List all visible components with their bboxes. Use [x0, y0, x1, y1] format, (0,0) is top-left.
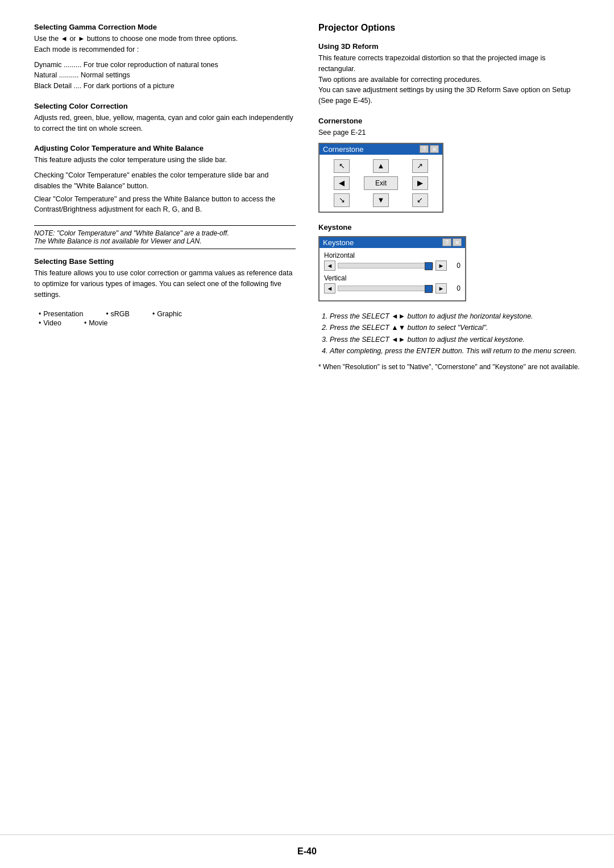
color-correction-section: Selecting Color Correction Adjusts red, …: [34, 102, 296, 134]
cornerstone-arrow-down[interactable]: ▼: [373, 193, 389, 207]
keystone-h-right-btn[interactable]: ►: [435, 261, 447, 271]
bullet-label-video: Video: [43, 319, 61, 327]
keystone-v-track[interactable]: [338, 286, 433, 291]
content-area: Selecting Gamma Correction Mode Use the …: [0, 0, 614, 834]
keystone-v-right-btn[interactable]: ►: [435, 283, 447, 294]
bullet-movie: • Movie: [84, 319, 108, 327]
base-setting-text: This feature allows you to use color cor…: [34, 269, 292, 299]
numbered-item-1: Press the SELECT ◄► button to adjust the…: [330, 312, 580, 322]
keystone-horizontal-row: ◄ ► 0: [324, 261, 460, 271]
keystone-question-btn[interactable]: ?: [442, 238, 451, 246]
bullet-list: • Presentation • sRGB • Graphic •: [39, 310, 296, 327]
color-temp-text-3: Clear "Color Temperature" and press the …: [34, 194, 296, 216]
keystone-heading: Keystone: [318, 223, 580, 232]
bullet-label-srgb: sRGB: [111, 310, 130, 318]
bullet-row-2: • Video • Movie: [39, 319, 296, 327]
left-column: Selecting Gamma Correction Mode Use the …: [34, 23, 296, 812]
3d-reform-heading: Using 3D Reform: [318, 42, 580, 51]
color-temp-body: This feature adjusts the color temperatu…: [34, 155, 296, 215]
numbered-item-2: Press the SELECT ▲▼ button to select "Ve…: [330, 323, 580, 333]
cornerstone-page-ref: See page E-21: [318, 129, 366, 137]
gamma-dynamic: Dynamic ......... For true color reprodu…: [34, 60, 296, 71]
keystone-h-value: 0: [449, 262, 460, 270]
cornerstone-dialog-body: ↖ ▲ ↗ ◀ Exit ▶ ↘ ▼ ↙: [320, 155, 442, 212]
color-temp-heading: Adjusting Color Temperature and White Ba…: [34, 144, 296, 152]
page-footer: E-40: [0, 834, 614, 868]
3d-text-1: This feature corrects trapezoidal distor…: [318, 53, 580, 75]
gamma-heading: Selecting Gamma Correction Mode: [34, 23, 296, 31]
bullet-dot-3: •: [152, 310, 155, 318]
keystone-titlebar-controls: ? ✕: [442, 238, 462, 246]
gamma-section: Selecting Gamma Correction Mode Use the …: [34, 23, 296, 92]
page: Selecting Gamma Correction Mode Use the …: [0, 0, 614, 868]
cornerstone-arrow-up[interactable]: ▲: [373, 159, 389, 173]
cornerstone-section: Cornerstone See page E-21 Cornerstone ? …: [318, 117, 580, 213]
cornerstone-arrow-left[interactable]: ◀: [334, 176, 350, 190]
3d-reform-section: Using 3D Reform This feature corrects tr…: [318, 42, 580, 106]
bullet-label-movie: Movie: [89, 319, 107, 327]
keystone-v-value: 0: [449, 284, 460, 292]
bullet-video: • Video: [39, 319, 61, 327]
keystone-horizontal-label: Horizontal: [324, 251, 460, 259]
keystone-h-track[interactable]: [338, 263, 433, 268]
cornerstone-subtext: See page E-21: [318, 127, 580, 138]
color-correction-text: Adjusts red, green, blue, yellow, magent…: [34, 114, 293, 133]
footnote-text: * When "Resolution" is set to "Native", …: [318, 363, 580, 371]
gamma-modes: Dynamic ......... For true color reprodu…: [34, 60, 296, 92]
keystone-section: Keystone Keystone ? ✕ Horizontal ◄: [318, 223, 580, 301]
numbered-item-3: Press the SELECT ◄► button to adjust the…: [330, 335, 580, 345]
gamma-text-1: Use the ◄ or ► buttons to choose one mod…: [34, 35, 238, 43]
base-setting-heading: Selecting Base Setting: [34, 257, 296, 266]
gamma-natural: Natural .......... Normal settings: [34, 70, 296, 81]
numbered-list: Press the SELECT ◄► button to adjust the…: [318, 312, 580, 357]
bullet-dot-5: •: [84, 319, 86, 327]
cornerstone-titlebar: Cornerstone ? ✕: [320, 144, 442, 155]
color-correction-heading: Selecting Color Correction: [34, 102, 296, 110]
bullet-row-1: • Presentation • sRGB • Graphic: [39, 310, 296, 318]
cornerstone-dialog: Cornerstone ? ✕ ↖ ▲ ↗ ◀ Exit: [318, 143, 443, 213]
cornerstone-question-btn[interactable]: ?: [420, 145, 429, 153]
bullet-dot-4: •: [39, 319, 41, 327]
cornerstone-arrow-topleft[interactable]: ↖: [334, 159, 350, 173]
3d-text-3: You can save adjustment settings by usin…: [318, 85, 580, 106]
keystone-close-btn[interactable]: ✕: [453, 238, 462, 246]
gamma-text-2: Each mode is recommended for :: [34, 46, 139, 53]
color-temp-text-1: This feature adjusts the color temperatu…: [34, 155, 296, 166]
3d-text-2: Two options are available for correcting…: [318, 75, 580, 85]
base-setting-section: Selecting Base Setting This feature allo…: [34, 257, 296, 300]
keystone-titlebar: Keystone ? ✕: [320, 237, 465, 248]
cornerstone-heading: Cornerstone: [318, 117, 580, 125]
note-text-2: The White Balance is not available for V…: [34, 237, 296, 245]
3d-reform-body: This feature corrects trapezoidal distor…: [318, 53, 580, 106]
cornerstone-dialog-title: Cornerstone: [323, 145, 364, 154]
cornerstone-arrow-topright[interactable]: ↗: [412, 159, 428, 173]
cornerstone-exit-btn[interactable]: Exit: [364, 176, 398, 190]
keystone-h-left-btn[interactable]: ◄: [324, 261, 335, 271]
cornerstone-arrow-bottomright[interactable]: ↙: [412, 193, 428, 207]
bullet-label-presentation: Presentation: [43, 310, 83, 318]
numbered-item-4: After completing, press the ENTER button…: [330, 346, 580, 357]
footnote: * When "Resolution" is set to "Native", …: [318, 362, 580, 372]
cornerstone-arrow-right[interactable]: ▶: [412, 176, 428, 190]
gamma-black: Black Detail .... For dark portions of a…: [34, 81, 296, 92]
bullet-label-graphic: Graphic: [157, 310, 182, 318]
keystone-dialog-title: Keystone: [323, 238, 354, 247]
note-box: NOTE: "Color Temperature" and "White Bal…: [34, 225, 296, 249]
color-temp-section: Adjusting Color Temperature and White Ba…: [34, 144, 296, 215]
keystone-h-thumb: [425, 262, 433, 270]
keystone-vertical-label: Vertical: [324, 274, 460, 282]
cornerstone-arrow-bottomleft[interactable]: ↘: [334, 193, 350, 207]
cornerstone-close-btn[interactable]: ✕: [430, 145, 439, 153]
base-setting-body: This feature allows you to use color cor…: [34, 268, 296, 300]
keystone-dialog-body: Horizontal ◄ ► 0 Vertical ◄: [320, 248, 465, 300]
gamma-body: Use the ◄ or ► buttons to choose one mod…: [34, 34, 296, 92]
keystone-v-left-btn[interactable]: ◄: [324, 283, 335, 294]
page-number: E-40: [297, 846, 317, 856]
cornerstone-titlebar-controls: ? ✕: [420, 145, 439, 153]
projector-options-title: Projector Options: [318, 23, 580, 33]
bullet-dot-2: •: [106, 310, 108, 318]
color-correction-body: Adjusts red, green, blue, yellow, magent…: [34, 113, 296, 134]
bullet-presentation: • Presentation: [39, 310, 83, 318]
keystone-dialog: Keystone ? ✕ Horizontal ◄: [318, 236, 466, 301]
bullet-srgb: • sRGB: [106, 310, 130, 318]
